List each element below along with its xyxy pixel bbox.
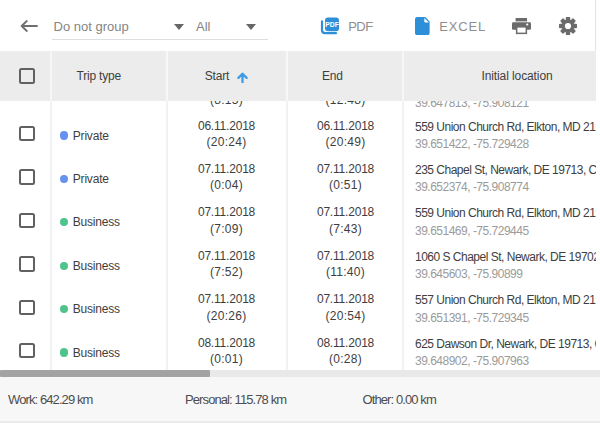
svg-text:PDF: PDF xyxy=(325,21,339,28)
